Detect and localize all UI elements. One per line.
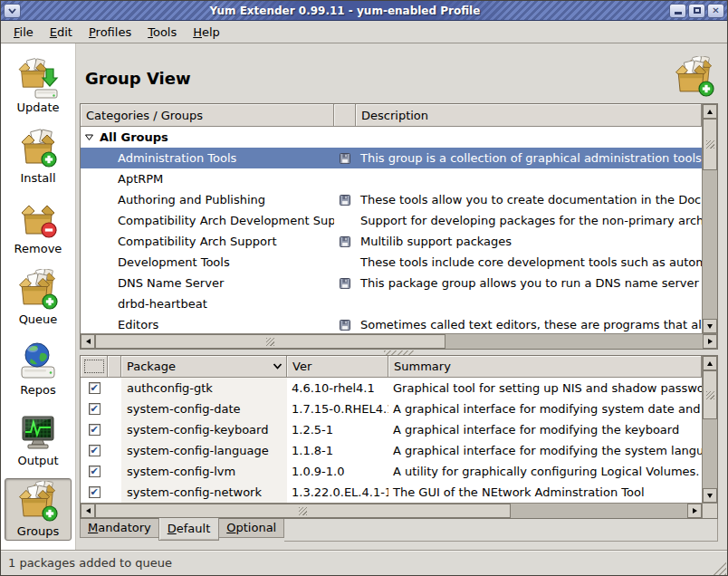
arrow-right-icon bbox=[693, 508, 697, 514]
scroll-left-button[interactable] bbox=[81, 504, 95, 518]
sidebar-item-update[interactable]: Update bbox=[5, 54, 72, 117]
scroll-down-button[interactable] bbox=[703, 319, 717, 333]
scrollbar-thumb[interactable] bbox=[703, 370, 717, 419]
package-spacer-cell bbox=[108, 378, 121, 398]
group-row[interactable]: Compatibility Arch SupportMultilib suppo… bbox=[81, 231, 702, 252]
package-version: 1.1.8-1 bbox=[287, 444, 388, 457]
menu-item-edit[interactable]: Edit bbox=[42, 23, 81, 42]
window-menu-button[interactable] bbox=[4, 4, 21, 18]
menu-item-file[interactable]: File bbox=[5, 23, 42, 42]
tree-hscrollbar[interactable] bbox=[81, 333, 717, 349]
sidebar-item-label: Repos bbox=[20, 383, 55, 397]
sidebar-item-queue[interactable]: Queue bbox=[5, 266, 72, 329]
tree-vscroll-track[interactable] bbox=[703, 119, 717, 319]
yum-extender-window: Yum Extender 0.99.11 - yum-enabled Profi… bbox=[0, 0, 728, 576]
package-row[interactable]: system-config-network1.3.22.0.EL.4.1-1Th… bbox=[81, 482, 702, 503]
package-row[interactable]: system-config-lvm1.0.9-1.0A utility for … bbox=[81, 461, 702, 482]
page-header: Group View bbox=[80, 53, 718, 103]
menu-item-tools[interactable]: Tools bbox=[139, 23, 185, 42]
package-row[interactable]: system-config-keyboard1.2.5-1A graphical… bbox=[81, 419, 702, 440]
resize-grip[interactable] bbox=[711, 560, 726, 575]
sort-descending-icon bbox=[273, 363, 283, 370]
column-header-description[interactable]: Description bbox=[356, 104, 702, 127]
titlebar[interactable]: Yum Extender 0.99.11 - yum-enabled Profi… bbox=[1, 1, 727, 21]
group-row[interactable]: All Groups bbox=[81, 127, 702, 148]
group-row[interactable]: Administration ToolsThis group is a coll… bbox=[81, 148, 702, 168]
menu-item-help[interactable]: Help bbox=[185, 23, 228, 42]
scrollbar-thumb[interactable] bbox=[95, 504, 511, 518]
tree-hscroll-track[interactable] bbox=[95, 334, 703, 349]
package-spacer-cell bbox=[108, 461, 121, 482]
package-checkbox[interactable] bbox=[89, 382, 101, 394]
floppy-icon bbox=[334, 153, 356, 164]
scroll-right-button[interactable] bbox=[687, 504, 702, 518]
sidebar-item-groups[interactable]: Groups bbox=[5, 478, 72, 541]
close-button[interactable]: ✕ bbox=[707, 4, 724, 18]
packages-vscroll-track[interactable] bbox=[703, 370, 717, 488]
scroll-right-button[interactable] bbox=[703, 334, 717, 349]
sidebar-item-install[interactable]: Install bbox=[5, 125, 72, 187]
group-name: Compatibility Arch Development Support bbox=[118, 214, 334, 227]
tab-default[interactable]: Default bbox=[158, 518, 220, 541]
column-header-ver[interactable]: Ver bbox=[287, 356, 388, 378]
groups-icon bbox=[16, 481, 60, 524]
column-header-spacer[interactable] bbox=[108, 356, 121, 378]
package-spacer-cell bbox=[108, 398, 121, 419]
sidebar-item-label: Install bbox=[20, 171, 55, 185]
focus-indicator bbox=[84, 360, 104, 373]
package-checkbox[interactable] bbox=[89, 445, 101, 456]
sidebar-item-repos[interactable]: Repos bbox=[5, 337, 72, 399]
package-row[interactable]: system-config-language1.1.8-1A graphical… bbox=[81, 440, 702, 461]
tab-mandatory[interactable]: Mandatory bbox=[80, 519, 159, 538]
packages-hscroll-track[interactable] bbox=[95, 504, 687, 518]
scrollbar-thumb[interactable] bbox=[95, 334, 445, 349]
tab-optional[interactable]: Optional bbox=[218, 519, 284, 538]
group-name: DNS Name Server bbox=[118, 276, 224, 290]
group-name: AptRPM bbox=[118, 172, 163, 186]
package-checkbox-cell bbox=[81, 403, 108, 415]
column-header-icon[interactable] bbox=[334, 104, 356, 127]
package-name: authconfig-gtk bbox=[121, 378, 287, 398]
group-description: Sometimes called text editors, these are… bbox=[356, 318, 702, 331]
group-row[interactable]: AptRPM bbox=[81, 168, 702, 189]
scroll-down-button[interactable] bbox=[703, 488, 717, 503]
group-row[interactable]: EditorsSometimes called text editors, th… bbox=[81, 314, 702, 333]
main-panel: Group View Categories / Groups Descripti… bbox=[76, 43, 727, 550]
scroll-up-button[interactable] bbox=[703, 104, 717, 119]
output-icon bbox=[16, 410, 60, 454]
column-header-select[interactable] bbox=[81, 356, 108, 378]
expander-open-icon[interactable] bbox=[84, 132, 94, 142]
group-row[interactable]: Authoring and PublishingThese tools allo… bbox=[81, 189, 702, 210]
packages-hscrollbar[interactable] bbox=[81, 503, 702, 518]
package-row[interactable]: authconfig-gtk4.6.10-rhel4.1Graphical to… bbox=[81, 378, 702, 398]
package-checkbox[interactable] bbox=[89, 486, 101, 498]
minimize-button[interactable] bbox=[669, 4, 686, 18]
group-row[interactable]: drbd-heartbeat bbox=[81, 293, 702, 314]
scroll-up-button[interactable] bbox=[703, 356, 717, 370]
packages-vscrollbar[interactable] bbox=[702, 356, 717, 503]
sidebar-item-label: Groups bbox=[17, 524, 59, 538]
package-row[interactable]: system-config-date1.7.15-0.RHEL4.1A grap… bbox=[81, 398, 702, 419]
group-name: All Groups bbox=[100, 130, 168, 144]
scrollbar-thumb[interactable] bbox=[703, 119, 717, 170]
menu-item-profiles[interactable]: Profiles bbox=[81, 23, 139, 42]
column-header-summary[interactable]: Summary bbox=[388, 356, 702, 378]
maximize-button[interactable] bbox=[688, 4, 705, 18]
repos-icon bbox=[16, 340, 60, 383]
package-name: system-config-keyboard bbox=[121, 419, 287, 440]
group-row[interactable]: Compatibility Arch Development SupportSu… bbox=[81, 210, 702, 231]
package-checkbox[interactable] bbox=[89, 424, 101, 436]
group-row[interactable]: DNS Name ServerThis package group allows… bbox=[81, 273, 702, 293]
tree-vscrollbar[interactable] bbox=[702, 104, 717, 333]
group-row[interactable]: Development ToolsThese tools include cor… bbox=[81, 252, 702, 273]
scroll-left-button[interactable] bbox=[81, 334, 95, 349]
column-header-package[interactable]: Package bbox=[121, 356, 287, 378]
arrow-down-icon bbox=[707, 324, 713, 329]
package-checkbox[interactable] bbox=[89, 466, 101, 477]
sidebar-item-output[interactable]: Output bbox=[5, 408, 72, 470]
group-name-cell: Compatibility Arch Support bbox=[81, 235, 334, 248]
sidebar-item-remove[interactable]: Remove bbox=[5, 196, 72, 258]
group-name: drbd-heartbeat bbox=[118, 297, 207, 311]
package-checkbox[interactable] bbox=[89, 403, 101, 415]
column-header-groups[interactable]: Categories / Groups bbox=[81, 104, 334, 127]
